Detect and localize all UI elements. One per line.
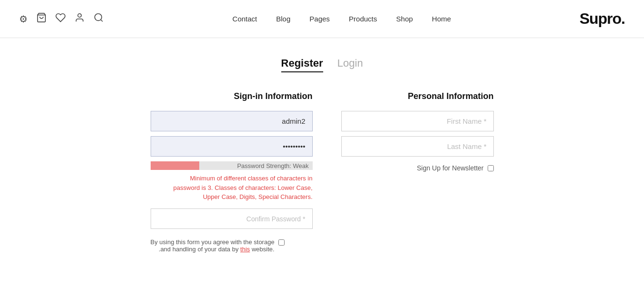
nav-blog[interactable]: Blog	[276, 15, 290, 23]
tab-register[interactable]: Register	[281, 57, 323, 72]
sign-in-section: Sign-in Information Password Strength: W…	[151, 91, 313, 253]
agree-label: By using this form you agree with the st…	[151, 238, 275, 253]
personal-section: Personal Information Sign Up for Newslet…	[341, 91, 494, 253]
brand-logo[interactable]: Supro.	[580, 10, 625, 28]
newsletter-label: Sign Up for Newsletter	[417, 164, 483, 172]
agree-link[interactable]: this	[240, 246, 250, 253]
password-strength-bar: Password Strength: Weak	[151, 161, 313, 170]
auth-tabs: Register Login	[70, 57, 575, 72]
main-nav: Contact Blog Pages Products Shop Home	[233, 15, 451, 23]
password-input[interactable]	[151, 136, 313, 157]
nav-products[interactable]: Products	[349, 15, 377, 23]
heart-icon[interactable]	[55, 12, 66, 25]
nav-shop[interactable]: Shop	[396, 15, 413, 23]
svg-point-2	[95, 14, 102, 21]
tab-login[interactable]: Login	[337, 57, 363, 72]
header-icon-group: ⚙	[19, 12, 104, 25]
search-icon[interactable]	[93, 12, 104, 25]
nav-pages[interactable]: Pages	[309, 15, 330, 23]
svg-line-3	[101, 20, 102, 21]
nav-home[interactable]: Home	[432, 15, 451, 23]
password-hint: Minimum of different classes of characte…	[151, 174, 313, 202]
personal-title: Personal Information	[341, 91, 494, 101]
main-content: Register Login Sign-in Information Passw…	[60, 38, 584, 272]
last-name-input[interactable]	[341, 136, 494, 157]
username-input[interactable]	[151, 111, 313, 131]
newsletter-checkbox[interactable]	[488, 165, 494, 171]
agree-checkbox-row: By using this form you agree with the st…	[151, 238, 313, 253]
register-form: Sign-in Information Password Strength: W…	[70, 91, 575, 253]
strength-label: Password Strength: Weak	[237, 162, 308, 169]
strength-fill	[151, 161, 199, 170]
settings-icon[interactable]: ⚙	[19, 13, 28, 25]
newsletter-row: Sign Up for Newsletter	[341, 164, 494, 172]
user-icon[interactable]	[74, 12, 85, 25]
agree-checkbox[interactable]	[278, 239, 285, 246]
first-name-input[interactable]	[341, 111, 494, 131]
sign-in-title: Sign-in Information	[151, 91, 313, 101]
cart-icon[interactable]	[36, 12, 47, 25]
confirm-password-input[interactable]	[151, 208, 313, 229]
nav-contact[interactable]: Contact	[233, 15, 257, 23]
header: ⚙ Contact Blog	[0, 0, 644, 38]
svg-point-1	[78, 14, 81, 17]
